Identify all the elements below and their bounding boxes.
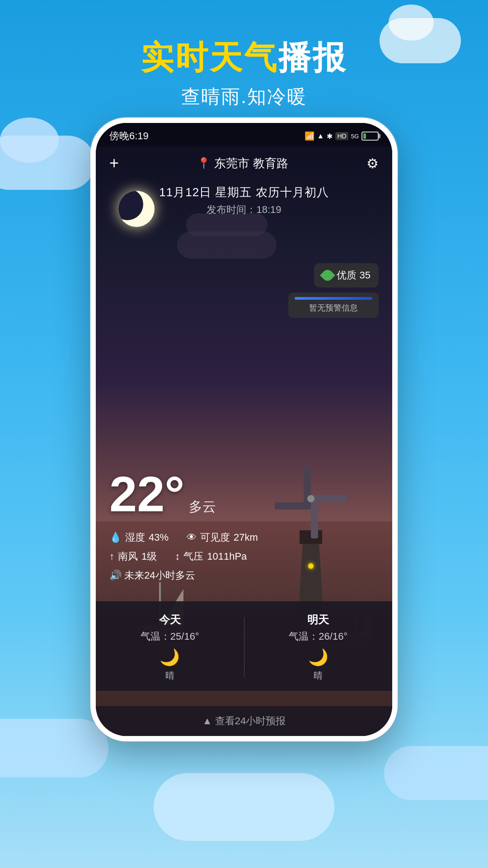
weather-details-section: 💧 湿度 43% 👁 可见度 27km ↑ 南风 1级 <box>109 531 258 582</box>
temperature-display: 22° 多云 <box>109 469 216 519</box>
forecast-section: 今天 气温：25/16° 🌙 晴 明天 气温：26/16° 🌙 晴 <box>96 601 392 691</box>
battery-indicator <box>361 132 379 141</box>
tomorrow-condition: 晴 <box>244 670 393 682</box>
warning-progress-bar <box>295 297 372 300</box>
publish-time: 发布时间：18:19 <box>96 203 392 217</box>
warning-badge[interactable]: 暂无预警信息 <box>288 292 379 318</box>
visibility-item: 👁 可见度 27km <box>187 531 258 544</box>
header-title-white: 播报 <box>278 39 347 75</box>
location-name: 东莞市 教育路 <box>214 156 288 171</box>
tomorrow-icon: 🌙 <box>244 648 393 667</box>
weather-condition: 多云 <box>189 498 216 516</box>
forecast-today[interactable]: 今天 气温：25/16° 🌙 晴 <box>96 613 244 682</box>
bg-cloud-bottom-center <box>154 773 334 841</box>
forecast-tomorrow[interactable]: 明天 气温：26/16° 🌙 晴 <box>244 613 393 682</box>
wind-icon: ↑ <box>109 551 114 562</box>
phone-wrapper: 傍晚6:19 📶 ▲ ✱ HD 5G + <box>90 118 398 741</box>
hd-badge: HD <box>335 132 348 140</box>
header-subtitle: 查晴雨.知冷暖 <box>0 84 488 109</box>
humidity-item: 💧 湿度 43% <box>109 531 169 544</box>
forecast-24h-text: 未来24小时多云 <box>124 570 195 581</box>
phone-screen: 傍晚6:19 📶 ▲ ✱ HD 5G + <box>96 123 392 736</box>
bg-cloud-left-mid <box>0 136 95 190</box>
phone-outer: 傍晚6:19 📶 ▲ ✱ HD 5G + <box>90 118 398 741</box>
wind-level: 1级 <box>141 550 157 563</box>
visibility-value: 27km <box>234 532 258 543</box>
today-temp: 气温：25/16° <box>96 630 244 643</box>
header-section: 实时天气播报 查晴雨.知冷暖 <box>0 36 488 109</box>
air-quality-badge[interactable]: 优质 35 <box>314 263 379 288</box>
bluetooth-icon: ✱ <box>327 132 333 141</box>
app-header: + 📍 东莞市 教育路 ⚙ <box>96 146 392 180</box>
location-display: 📍 东莞市 教育路 <box>197 156 288 171</box>
header-title-yellow: 实时天气 <box>141 39 278 75</box>
temperature-value: 22° <box>109 469 184 519</box>
status-bar: 傍晚6:19 📶 ▲ ✱ HD 5G <box>96 123 392 146</box>
tomorrow-label: 明天 <box>244 613 393 627</box>
forecast-24h-icon: 🔊 <box>109 570 122 581</box>
warning-text: 暂无预警信息 <box>295 302 372 313</box>
pressure-icon: ↕ <box>175 551 180 562</box>
today-label: 今天 <box>96 613 244 627</box>
location-pin-icon: 📍 <box>197 157 211 170</box>
visibility-label: 可见度 <box>200 531 230 544</box>
header-title: 实时天气播报 <box>0 36 488 80</box>
signal-icon: ▲ <box>317 132 324 140</box>
tomorrow-temp: 气温：26/16° <box>244 630 393 643</box>
pressure-item: ↕ 气压 1011hPa <box>175 550 247 563</box>
humidity-icon: 💧 <box>109 532 122 543</box>
pressure-label: 气压 <box>183 550 203 563</box>
visibility-icon: 👁 <box>187 532 197 543</box>
today-icon: 🌙 <box>96 648 244 667</box>
arrow-icon: ▲ <box>202 715 215 726</box>
forecast-24h-row: 🔊 未来24小时多云 <box>109 569 258 582</box>
leaf-icon <box>320 268 335 283</box>
air-quality-text: 优质 35 <box>337 269 371 282</box>
humidity-label: 湿度 <box>125 531 145 544</box>
bg-cloud-right-low <box>384 746 488 800</box>
wifi-icon: 📶 <box>305 131 314 141</box>
detail-row-2: ↑ 南风 1级 ↕ 气压 1011hPa <box>109 550 258 563</box>
detail-row-1: 💧 湿度 43% 👁 可见度 27km <box>109 531 258 544</box>
wind-item: ↑ 南风 1级 <box>109 550 157 563</box>
bottom-bar-label: ▲ 查看24小时预报 <box>202 715 286 726</box>
wind-label: 南风 <box>118 550 138 563</box>
pressure-value: 1011hPa <box>207 551 247 562</box>
network-icon: 5G <box>351 133 359 140</box>
battery-fill <box>363 133 366 139</box>
settings-button[interactable]: ⚙ <box>366 156 379 171</box>
date-main-text: 11月12日 星期五 农历十月初八 <box>96 184 392 200</box>
add-location-button[interactable]: + <box>109 154 119 173</box>
today-condition: 晴 <box>96 670 244 682</box>
bottom-bar[interactable]: ▲ 查看24小时预报 <box>96 706 392 736</box>
humidity-value: 43% <box>149 532 169 543</box>
date-section: 11月12日 星期五 农历十月初八 发布时间：18:19 <box>96 180 392 226</box>
status-icons: 📶 ▲ ✱ HD 5G <box>305 131 379 141</box>
status-time: 傍晚6:19 <box>109 129 149 143</box>
